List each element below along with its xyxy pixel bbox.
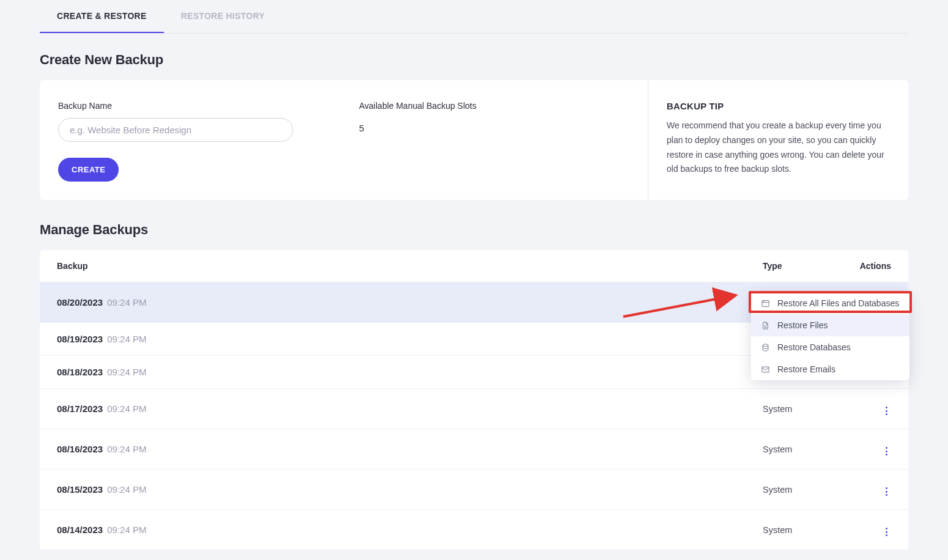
menu-restore-emails[interactable]: Restore Emails [751, 358, 909, 380]
col-actions: Actions [854, 261, 891, 271]
table-row: 08/17/2023 09:24 PM System [40, 389, 908, 429]
col-backup: Backup [57, 261, 763, 271]
mail-icon [761, 365, 770, 374]
row-time: 09:24 PM [107, 334, 146, 344]
svg-point-1 [763, 344, 768, 346]
col-type: Type [763, 261, 854, 271]
row-actions-menu[interactable] [881, 485, 891, 498]
slots-label: Available Manual Backup Slots [359, 101, 629, 111]
row-date: 08/14/2023 [57, 525, 103, 535]
menu-restore-all-label: Restore All Files and Databases [777, 298, 899, 308]
menu-restore-db-label: Restore Databases [777, 342, 851, 352]
restore-all-icon [761, 299, 770, 308]
backups-table: Backup Type Actions 08/20/2023 09:24 PM … [40, 250, 908, 550]
menu-restore-files-label: Restore Files [777, 320, 828, 330]
create-backup-title: Create New Backup [40, 52, 908, 68]
row-actions-menu[interactable] [881, 444, 891, 458]
row-date: 08/20/2023 [57, 297, 103, 308]
svg-rect-0 [762, 300, 769, 306]
create-button[interactable]: CREATE [58, 158, 119, 182]
menu-restore-emails-label: Restore Emails [777, 364, 835, 374]
menu-restore-all[interactable]: Restore All Files and Databases [751, 292, 909, 314]
file-icon [761, 321, 770, 330]
table-row: 08/14/2023 09:24 PM System [40, 510, 908, 550]
tab-create-restore[interactable]: CREATE & RESTORE [40, 0, 164, 33]
row-time: 09:24 PM [107, 367, 146, 377]
menu-restore-databases[interactable]: Restore Databases [751, 336, 909, 358]
tabs: CREATE & RESTORE RESTORE HISTORY [40, 0, 908, 34]
row-type: System [763, 485, 792, 495]
tab-restore-history[interactable]: RESTORE HISTORY [164, 0, 282, 33]
row-type: System [763, 525, 792, 535]
row-date: 08/15/2023 [57, 484, 103, 495]
table-row: 08/20/2023 09:24 PM System Restore All F… [40, 282, 908, 323]
row-actions-menu[interactable] [881, 525, 891, 539]
table-row: 08/15/2023 09:24 PM System [40, 470, 908, 510]
row-time: 09:24 PM [107, 444, 146, 454]
database-icon [761, 343, 770, 352]
create-backup-card: Backup Name CREATE Available Manual Back… [40, 80, 908, 200]
menu-restore-files[interactable]: Restore Files [751, 314, 909, 336]
table-row: 08/16/2023 09:24 PM System [40, 429, 908, 470]
row-time: 09:24 PM [107, 484, 146, 495]
row-date: 08/19/2023 [57, 334, 103, 344]
row-type: System [763, 404, 792, 414]
backup-tip-text: We recommend that you create a backup ev… [667, 119, 890, 177]
slots-value: 5 [359, 118, 629, 133]
backup-tip-title: BACKUP TIP [667, 101, 890, 111]
table-header: Backup Type Actions [40, 250, 908, 282]
row-actions-menu[interactable] [881, 404, 891, 418]
row-type: System [763, 444, 792, 454]
row-time: 09:24 PM [107, 403, 146, 414]
actions-dropdown: Restore All Files and Databases Restore … [751, 292, 909, 380]
svg-rect-2 [762, 367, 769, 372]
row-date: 08/16/2023 [57, 444, 103, 454]
backup-name-label: Backup Name [58, 101, 328, 111]
row-time: 09:24 PM [107, 297, 146, 308]
manage-backups-title: Manage Backups [40, 222, 908, 238]
row-date: 08/17/2023 [57, 403, 103, 414]
row-time: 09:24 PM [107, 525, 146, 535]
backup-name-input[interactable] [58, 118, 293, 142]
row-date: 08/18/2023 [57, 367, 103, 377]
